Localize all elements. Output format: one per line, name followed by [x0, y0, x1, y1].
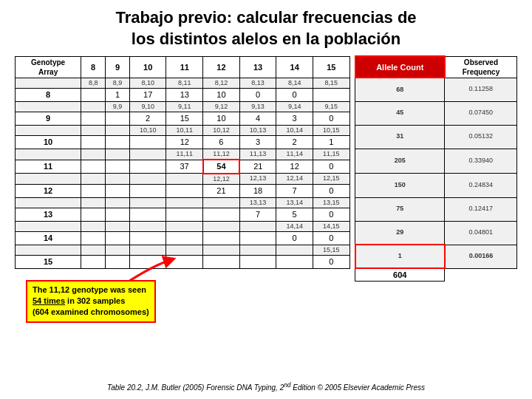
subgenotype-11-11: 11,11 [166, 149, 203, 160]
val-14-14: 0 [276, 232, 313, 245]
val-8-15 [313, 89, 349, 101]
subgenotype-11-15: 11,15 [313, 149, 349, 160]
subgenotype-13-14: 13,14 [276, 197, 313, 208]
observed-freq-header: ObservedFrequency [445, 56, 517, 78]
subgenotype-13-15: 13,15 [313, 197, 349, 208]
row-label-11: 11 [16, 160, 81, 173]
val-8-9: 1 [106, 89, 130, 101]
sub-row-8: 8,8 8,9 8,10 8,11 8,12 8,13 8,14 8,15 68… [16, 78, 517, 89]
val-10-13: 3 [239, 136, 276, 149]
subgenotype-9-14: 9,14 [276, 101, 313, 112]
val-11-13: 21 [239, 160, 276, 173]
col-header-12: 12 [203, 56, 240, 78]
subgenotype-9-9: 9,9 [106, 101, 130, 112]
val-13-15: 0 [313, 208, 349, 221]
subgenotype-14-14: 14,14 [276, 221, 313, 232]
freq-9: 0.07450 [445, 101, 517, 125]
row-label-8: 8 [16, 89, 81, 101]
subgenotype-10-13: 10,13 [239, 125, 276, 136]
val-9-12: 10 [203, 112, 240, 125]
freq-10: 0.05132 [445, 125, 517, 149]
caption: Table 20.2, J.M. Butler (2005) Forensic … [15, 381, 517, 392]
val-12-15: 0 [313, 185, 349, 197]
subgenotype-8-8: 8,8 [81, 78, 106, 89]
val-13-13: 7 [239, 208, 276, 221]
allele-count-14: 29 [355, 221, 445, 245]
val-11-12: 54 [203, 160, 240, 173]
val-9-13: 4 [239, 112, 276, 125]
val-14-15: 0 [313, 232, 349, 245]
table-container: GenotypeArray 8 9 10 11 12 13 14 15 Alle… [15, 55, 517, 378]
allele-count-11: 205 [355, 149, 445, 173]
allele-count-header: Allele Count [355, 56, 445, 78]
subgenotype-9-13: 9,13 [239, 101, 276, 112]
freq-13: 0.12417 [445, 197, 517, 221]
val-9-14: 3 [276, 112, 313, 125]
subgenotype-8-11: 8,11 [166, 78, 203, 89]
subgenotype-9-11: 9,11 [166, 101, 203, 112]
val-8-10: 17 [129, 89, 166, 101]
subgenotype-12-14: 12,14 [276, 174, 313, 185]
row-label-10: 10 [16, 136, 81, 149]
freq-15: 0.00166 [445, 245, 517, 268]
tooltip-line1: The 11,12 genotype was seen [33, 285, 146, 294]
subgenotype-10-15: 10,15 [313, 125, 349, 136]
sub-row-14: 14,14 14,15 29 0.04801 [16, 221, 517, 232]
subgenotype-10-10: 10,10 [129, 125, 166, 136]
col-header-10: 10 [129, 56, 166, 78]
subgenotype-8-15: 8,15 [313, 78, 349, 89]
tooltip-line3: (604 examined chromosomes) [33, 307, 149, 316]
val-15-15: 0 [313, 256, 349, 268]
sub-row-12: 12,12 12,13 12,14 12,15 150 0.24834 [16, 174, 517, 185]
allele-count-10: 31 [355, 125, 445, 149]
subgenotype-10-12: 10,12 [203, 125, 240, 136]
val-12-12: 21 [203, 185, 240, 197]
subgenotype-11-13: 11,13 [239, 149, 276, 160]
val-9-10: 2 [129, 112, 166, 125]
subgenotype-14-15: 14,15 [313, 221, 349, 232]
subgenotype-9-10: 9,10 [129, 101, 166, 112]
val-11-15: 0 [313, 160, 349, 173]
subgenotype-8-9: 8,9 [106, 78, 130, 89]
genotype-array-header: GenotypeArray [16, 56, 81, 78]
val-8-8 [81, 89, 106, 101]
freq-11: 0.33940 [445, 149, 517, 173]
sub-row-11: 11,11 11,12 11,13 11,14 11,15 205 0.3394… [16, 149, 517, 160]
col-header-11: 11 [166, 56, 203, 78]
val-12-13: 18 [239, 185, 276, 197]
allele-count-9: 45 [355, 101, 445, 125]
val-13-14: 5 [276, 208, 313, 221]
subgenotype-8-10: 8,10 [129, 78, 166, 89]
sub-row-9: 9,9 9,10 9,11 9,12 9,13 9,14 9,15 45 0.0… [16, 101, 517, 112]
subgenotype-9-15: 9,15 [313, 101, 349, 112]
val-9-15: 0 [313, 112, 349, 125]
page: Trabajo previo: calcular frecuencias de … [0, 0, 532, 399]
val-10-12: 6 [203, 136, 240, 149]
subgenotype-10-11: 10,11 [166, 125, 203, 136]
subgenotype-12-12: 12,12 [203, 174, 240, 185]
subgenotype-9-12: 9,12 [203, 101, 240, 112]
val-9-9 [106, 112, 130, 125]
tooltip-box: The 11,12 genotype was seen 54 times in … [26, 280, 156, 323]
subgenotype-15-15: 15,15 [313, 245, 349, 256]
val-11-11: 37 [166, 160, 203, 173]
row-label-13: 13 [16, 208, 81, 221]
subgenotype-13-13: 13,13 [239, 197, 276, 208]
val-10-14: 2 [276, 136, 313, 149]
val-8-11: 13 [166, 89, 203, 101]
main-table: GenotypeArray 8 9 10 11 12 13 14 15 Alle… [15, 55, 517, 282]
val-8-13: 0 [239, 89, 276, 101]
subgenotype-10-14: 10,14 [276, 125, 313, 136]
row-label-14: 14 [16, 232, 81, 245]
allele-count-13: 75 [355, 197, 445, 221]
subgenotype-12-15: 12,15 [313, 174, 349, 185]
subgenotype-11-12: 11,12 [203, 149, 240, 160]
allele-count-15: 1 [355, 245, 445, 268]
val-10-10 [129, 136, 166, 149]
col-header-13: 13 [239, 56, 276, 78]
val-11-14: 12 [276, 160, 313, 173]
val-8-12: 10 [203, 89, 240, 101]
subgenotype-11-14: 11,14 [276, 149, 313, 160]
sub-row-10: 10,10 10,11 10,12 10,13 10,14 10,15 31 0… [16, 125, 517, 136]
val-8-14: 0 [276, 89, 313, 101]
